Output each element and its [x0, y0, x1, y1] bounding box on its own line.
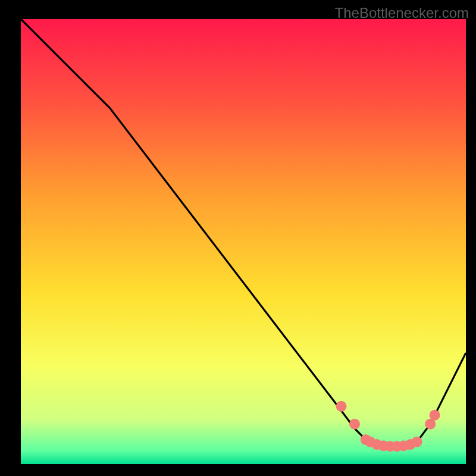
bottleneck-chart — [0, 0, 476, 476]
data-marker — [430, 410, 440, 421]
data-marker — [336, 401, 347, 412]
watermark-text: TheBottlenecker.com — [335, 5, 469, 21]
data-marker — [349, 419, 360, 430]
data-marker — [412, 437, 422, 447]
